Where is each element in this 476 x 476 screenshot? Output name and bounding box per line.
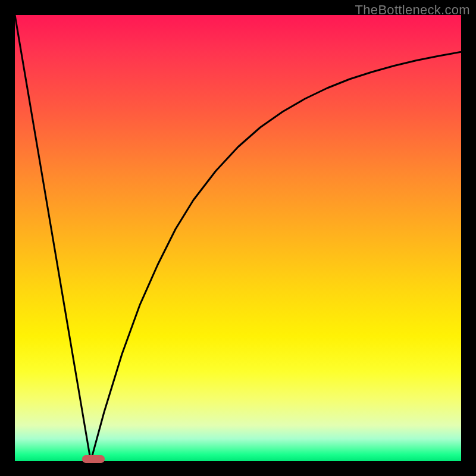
curve-path [15, 15, 461, 461]
optimum-marker [82, 455, 105, 463]
bottleneck-curve [15, 15, 461, 461]
watermark-text: TheBottleneck.com [355, 2, 470, 18]
plot-area [15, 15, 461, 461]
chart-frame: TheBottleneck.com [0, 0, 476, 476]
